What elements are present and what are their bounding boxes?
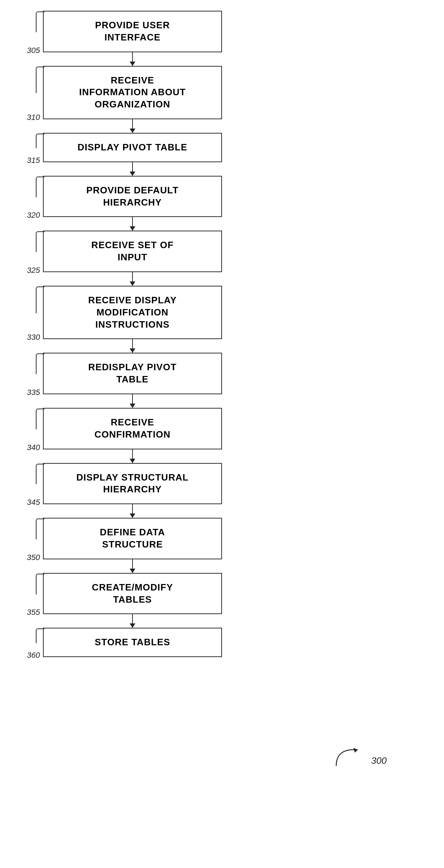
step-row-355: 355CREATE/MODIFY TABLES <box>43 573 222 628</box>
box-label-row-360: 360STORE TABLES <box>43 628 222 657</box>
svg-marker-0 <box>353 748 358 753</box>
step-box-355: CREATE/MODIFY TABLES <box>43 573 222 614</box>
arrow-down-305 <box>132 52 133 66</box>
box-label-row-325: 325RECEIVE SET OF INPUT <box>43 231 222 272</box>
arrow-down-350 <box>132 559 133 573</box>
box-label-row-340: 340RECEIVE CONFIRMATION <box>43 408 222 449</box>
step-box-330: RECEIVE DISPLAY MODIFICATION INSTRUCTION… <box>43 286 222 339</box>
box-label-row-305: 305PROVIDE USER INTERFACE <box>43 11 222 52</box>
arrow-down-315 <box>132 162 133 176</box>
step-box-325: RECEIVE SET OF INPUT <box>43 231 222 272</box>
box-label-row-330: 330RECEIVE DISPLAY MODIFICATION INSTRUCT… <box>43 286 222 339</box>
ref-300-label: 300 <box>371 755 387 766</box>
arrow-down-345 <box>132 504 133 518</box>
step-row-335: 335REDISPLAY PIVOT TABLE <box>43 353 222 408</box>
arrow-down-310 <box>132 119 133 133</box>
step-label-350: 350 <box>27 553 40 562</box>
step-row-330: 330RECEIVE DISPLAY MODIFICATION INSTRUCT… <box>43 286 222 353</box>
step-label-325: 325 <box>27 266 40 275</box>
step-label-355: 355 <box>27 608 40 617</box>
box-label-row-355: 355CREATE/MODIFY TABLES <box>43 573 222 614</box>
step-row-350: 350DEFINE DATA STRUCTURE <box>43 518 222 573</box>
arrow-down-355 <box>132 614 133 628</box>
step-box-360: STORE TABLES <box>43 628 222 657</box>
step-row-305: 305PROVIDE USER INTERFACE <box>43 11 222 66</box>
step-label-310: 310 <box>27 113 40 122</box>
step-label-340: 340 <box>27 443 40 452</box>
box-label-row-345: 345DISPLAY STRUCTURAL HIERARCHY <box>43 463 222 505</box>
step-row-315: 315DISPLAY PIVOT TABLE <box>43 133 222 176</box>
step-box-345: DISPLAY STRUCTURAL HIERARCHY <box>43 463 222 505</box>
ref-300-area: 300 <box>333 746 387 768</box>
box-label-row-315: 315DISPLAY PIVOT TABLE <box>43 133 222 162</box>
step-label-360: 360 <box>27 651 40 660</box>
step-box-305: PROVIDE USER INTERFACE <box>43 11 222 52</box>
step-box-340: RECEIVE CONFIRMATION <box>43 408 222 449</box>
arrow-down-335 <box>132 394 133 408</box>
flow-wrapper: 305PROVIDE USER INTERFACE310RECEIVE INFO… <box>43 11 222 657</box>
step-box-350: DEFINE DATA STRUCTURE <box>43 518 222 559</box>
arrow-down-340 <box>132 449 133 463</box>
arrow-down-330 <box>132 339 133 353</box>
arrow-down-320 <box>132 217 133 231</box>
arrow-down-325 <box>132 272 133 286</box>
step-label-335: 335 <box>27 388 40 397</box>
step-label-320: 320 <box>27 211 40 220</box>
box-label-row-310: 310RECEIVE INFORMATION ABOUT ORGANIZATIO… <box>43 66 222 119</box>
ref-300-arrow-icon <box>333 746 365 768</box>
step-row-325: 325RECEIVE SET OF INPUT <box>43 231 222 286</box>
step-label-330: 330 <box>27 333 40 342</box>
step-label-345: 345 <box>27 498 40 507</box>
step-row-345: 345DISPLAY STRUCTURAL HIERARCHY <box>43 463 222 518</box>
step-box-310: RECEIVE INFORMATION ABOUT ORGANIZATION <box>43 66 222 119</box>
diagram-container: 305PROVIDE USER INTERFACE310RECEIVE INFO… <box>0 0 444 868</box>
step-box-335: REDISPLAY PIVOT TABLE <box>43 353 222 394</box>
step-row-340: 340RECEIVE CONFIRMATION <box>43 408 222 463</box>
step-row-310: 310RECEIVE INFORMATION ABOUT ORGANIZATIO… <box>43 66 222 133</box>
box-label-row-350: 350DEFINE DATA STRUCTURE <box>43 518 222 559</box>
box-label-row-335: 335REDISPLAY PIVOT TABLE <box>43 353 222 394</box>
step-row-360: 360STORE TABLES <box>43 628 222 657</box>
step-box-315: DISPLAY PIVOT TABLE <box>43 133 222 162</box>
step-label-315: 315 <box>27 156 40 165</box>
box-label-row-320: 320PROVIDE DEFAULT HIERARCHY <box>43 176 222 217</box>
step-label-305: 305 <box>27 46 40 55</box>
step-box-320: PROVIDE DEFAULT HIERARCHY <box>43 176 222 217</box>
step-row-320: 320PROVIDE DEFAULT HIERARCHY <box>43 176 222 231</box>
